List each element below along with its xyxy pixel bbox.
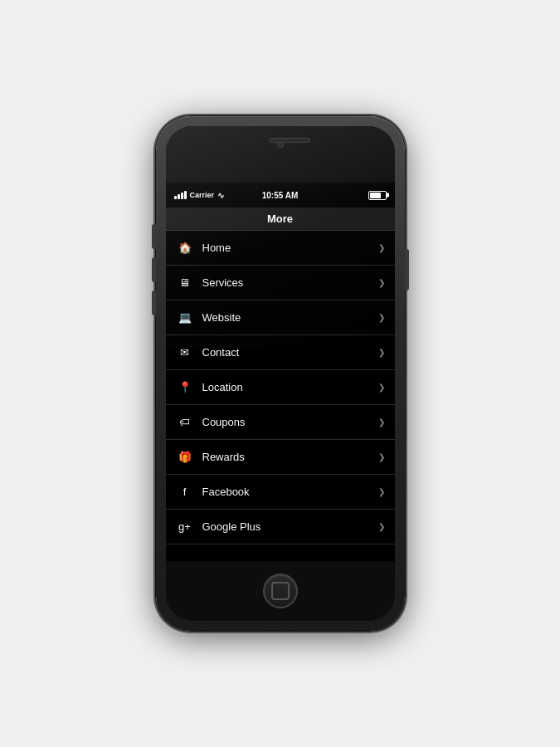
status-time: 10:55 AM — [262, 191, 299, 200]
earpiece-speaker — [269, 138, 310, 143]
location-chevron: ❯ — [378, 383, 385, 392]
battery-icon — [368, 191, 387, 200]
bottom-bezel — [166, 561, 395, 621]
contact-chevron: ❯ — [378, 348, 385, 357]
home-button-inner — [271, 582, 290, 600]
menu-list: 🏠Home❯🖥Services❯💻Website❯✉Contact❯📍Locat… — [166, 231, 395, 561]
home-icon: 🏠 — [176, 239, 194, 257]
screen: Carrier ∿ 10:55 AM More 🏠Home❯🖥Services❯… — [166, 183, 395, 561]
signal-bar-2 — [178, 194, 180, 199]
facebook-label: Facebook — [202, 486, 378, 498]
signal-bar-3 — [181, 193, 183, 199]
facebook-chevron: ❯ — [378, 487, 385, 496]
nav-title: More — [267, 212, 293, 225]
coupons-label: Coupons — [202, 416, 378, 428]
website-chevron: ❯ — [378, 313, 385, 322]
coupons-icon: 🏷 — [176, 413, 194, 432]
googleplus-icon: g+ — [176, 518, 194, 536]
menu-item-coupons[interactable]: 🏷Coupons❯ — [166, 405, 395, 440]
services-chevron: ❯ — [378, 278, 385, 287]
carrier-label: Carrier — [190, 191, 215, 199]
status-right — [368, 191, 387, 200]
menu-item-website[interactable]: 💻Website❯ — [166, 300, 395, 335]
googleplus-chevron: ❯ — [378, 522, 385, 531]
nav-bar: More — [166, 208, 395, 231]
services-label: Services — [202, 276, 378, 289]
services-icon: 🖥 — [176, 274, 194, 292]
menu-item-services[interactable]: 🖥Services❯ — [166, 266, 395, 300]
home-button[interactable] — [263, 574, 298, 608]
contact-label: Contact — [202, 346, 378, 359]
website-label: Website — [202, 311, 378, 324]
wifi-icon: ∿ — [217, 191, 224, 200]
signal-bar-1 — [174, 196, 177, 199]
menu-item-googleplus[interactable]: g+Google Plus❯ — [166, 510, 395, 544]
battery-fill — [370, 193, 382, 198]
rewards-icon: 🎁 — [176, 448, 194, 466]
home-label: Home — [202, 242, 378, 254]
phone-inner: Carrier ∿ 10:55 AM More 🏠Home❯🖥Services❯… — [166, 126, 395, 621]
top-bezel — [166, 126, 395, 183]
rewards-chevron: ❯ — [378, 452, 385, 461]
coupons-chevron: ❯ — [378, 417, 385, 427]
location-label: Location — [202, 381, 378, 393]
status-bar: Carrier ∿ 10:55 AM — [166, 183, 395, 208]
home-chevron: ❯ — [378, 243, 385, 252]
contact-icon: ✉ — [176, 344, 194, 362]
menu-item-location[interactable]: 📍Location❯ — [166, 370, 395, 405]
menu-item-home[interactable]: 🏠Home❯ — [166, 231, 395, 266]
signal-bar-4 — [184, 191, 187, 199]
menu-item-facebook[interactable]: fFacebook❯ — [166, 475, 395, 510]
menu-item-contact[interactable]: ✉Contact❯ — [166, 335, 395, 370]
signal-icon — [174, 191, 187, 199]
facebook-icon: f — [176, 483, 194, 501]
googleplus-label: Google Plus — [202, 520, 378, 533]
website-icon: 💻 — [176, 309, 194, 327]
phone-frame: Carrier ∿ 10:55 AM More 🏠Home❯🖥Services❯… — [156, 116, 405, 631]
rewards-label: Rewards — [202, 451, 378, 463]
menu-item-rewards[interactable]: 🎁Rewards❯ — [166, 440, 395, 475]
status-left: Carrier ∿ — [174, 191, 225, 200]
location-icon: 📍 — [176, 378, 194, 397]
